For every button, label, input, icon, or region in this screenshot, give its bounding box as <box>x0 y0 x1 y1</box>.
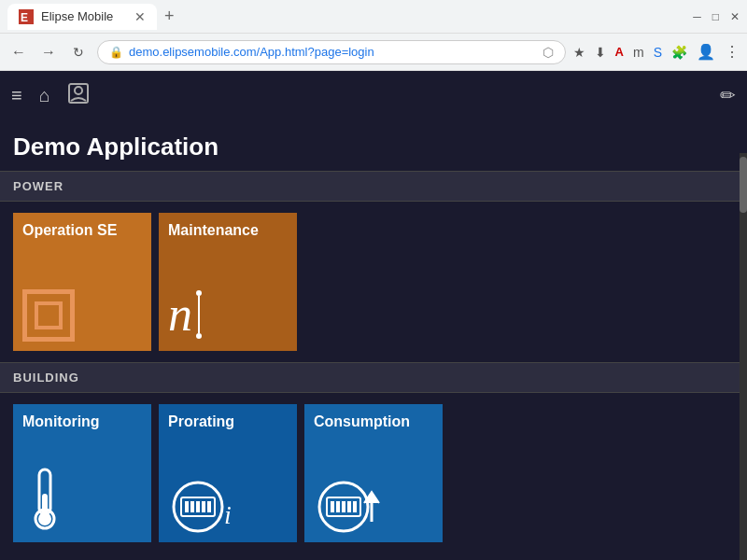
svg-rect-19 <box>336 501 340 512</box>
new-tab-button[interactable]: + <box>164 7 175 26</box>
svg-text:i: i <box>224 500 232 529</box>
building-tile-row: Monitoring Prorating <box>0 393 747 553</box>
needle-bar <box>198 296 200 333</box>
svg-point-3 <box>75 87 82 94</box>
svg-rect-14 <box>207 501 211 512</box>
svg-rect-20 <box>342 501 345 512</box>
tile-monitoring[interactable]: Monitoring <box>13 404 151 542</box>
page-title: Demo Application <box>0 119 747 171</box>
svg-rect-18 <box>331 501 334 512</box>
browser-tab[interactable]: E Elipse Mobile ✕ <box>7 4 157 30</box>
download-icon[interactable]: ⬇ <box>595 45 606 60</box>
tab-title: Elipse Mobile <box>41 9 127 23</box>
browser-favicon: E <box>19 9 34 24</box>
needle-dot-bottom <box>196 333 202 339</box>
tile-monitoring-title: Monitoring <box>22 413 142 430</box>
meter-up-icon <box>314 477 388 533</box>
lock-icon: 🔒 <box>109 46 123 59</box>
close-button[interactable]: ✕ <box>730 10 740 23</box>
browser-toolbar: ← → ↻ 🔒 demo.elipsemobile.com/App.html?p… <box>0 34 747 71</box>
tile-consumption[interactable]: Consumption <box>304 404 443 542</box>
edit-icon[interactable]: ✏ <box>720 84 736 106</box>
hamburger-menu-icon[interactable]: ≡ <box>11 85 22 106</box>
scrollbar[interactable] <box>740 153 747 560</box>
minimize-button[interactable]: ─ <box>693 10 701 23</box>
tile-monitoring-icon-area <box>22 430 142 533</box>
svg-rect-22 <box>353 501 357 512</box>
acrobat-icon[interactable]: A <box>615 45 624 59</box>
tile-consumption-title: Consumption <box>314 413 433 430</box>
meter-i-icon: i <box>168 477 243 533</box>
address-bar[interactable]: 🔒 demo.elipsemobile.com/App.html?page=lo… <box>97 40 566 64</box>
tile-maintenance[interactable]: Maintenance n <box>159 213 297 351</box>
tile-operation-se[interactable]: Operation SE <box>13 213 151 351</box>
home-icon[interactable]: ⌂ <box>39 85 50 106</box>
tile-consumption-icon-area <box>314 430 433 533</box>
scrollbar-thumb[interactable] <box>740 157 747 213</box>
tile-operation-se-title: Operation SE <box>22 222 142 239</box>
back-button[interactable]: ← <box>7 44 30 61</box>
section-header-building: BUILDING <box>0 362 747 393</box>
needle-icon: n <box>168 287 202 342</box>
address-url: demo.elipsemobile.com/App.html?page=logi… <box>129 45 374 59</box>
tile-operation-se-icon-area <box>22 239 142 342</box>
tile-prorating[interactable]: Prorating i <box>159 404 297 542</box>
ext-puzzle-icon[interactable]: 🧩 <box>671 45 687 60</box>
tile-maintenance-title: Maintenance <box>168 222 288 239</box>
browser-titlebar: E Elipse Mobile ✕ + ─ □ ✕ <box>0 0 747 34</box>
svg-text:E: E <box>21 11 28 24</box>
tile-maintenance-icon-area: n <box>168 239 288 342</box>
ext-m-icon[interactable]: m <box>633 45 644 60</box>
section-header-power: POWER <box>0 171 747 202</box>
svg-rect-12 <box>196 501 200 512</box>
square-outline-icon <box>22 289 75 342</box>
app-toolbar: ≡ ⌂ ✏ <box>0 71 747 119</box>
app-content: Demo Application POWER Operation SE Main… <box>0 119 747 560</box>
profile-icon[interactable] <box>67 82 90 109</box>
profile-icon[interactable]: 👤 <box>697 43 715 61</box>
chrome-menu-icon[interactable]: ⋮ <box>725 43 740 61</box>
svg-rect-10 <box>185 501 189 512</box>
restore-button[interactable]: □ <box>712 10 719 23</box>
tile-prorating-icon-area: i <box>168 430 288 533</box>
svg-rect-21 <box>347 501 351 512</box>
svg-rect-11 <box>190 501 194 512</box>
app-wrapper: ≡ ⌂ ✏ Demo Application POWER Operation S… <box>0 71 747 560</box>
svg-rect-13 <box>202 501 205 512</box>
share-icon: ⬡ <box>543 45 554 60</box>
square-outline-inner <box>35 301 63 329</box>
tile-prorating-title: Prorating <box>168 413 288 430</box>
needle-line <box>196 290 202 339</box>
forward-button[interactable]: → <box>37 44 60 61</box>
bookmark-icon[interactable]: ★ <box>573 45 585 60</box>
browser-extension-icons: ★ ⬇ A m S 🧩 👤 ⋮ <box>573 43 740 61</box>
svg-point-7 <box>38 512 51 525</box>
power-tile-row: Operation SE Maintenance n <box>0 202 747 362</box>
thermometer-icon <box>22 466 67 533</box>
window-controls: ─ □ ✕ <box>693 10 740 23</box>
tab-close-button[interactable]: ✕ <box>134 9 146 24</box>
ext-s-icon[interactable]: S <box>654 45 662 60</box>
reload-button[interactable]: ↻ <box>67 45 90 60</box>
